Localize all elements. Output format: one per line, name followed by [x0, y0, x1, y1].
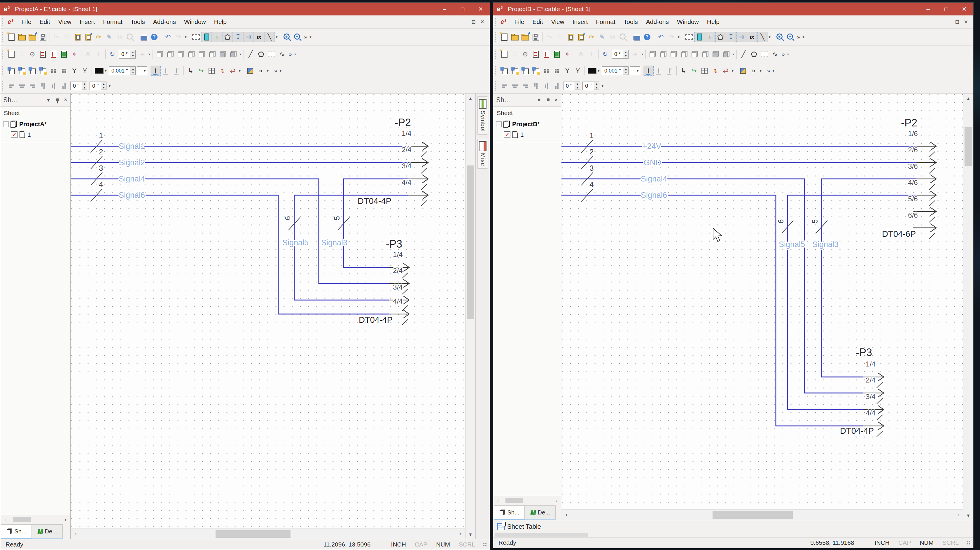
route-auto-icon[interactable]: ↪ [196, 65, 206, 76]
signal-label[interactable]: Signal6 [119, 191, 145, 200]
drawing-canvas[interactable]: 123465Signal1Signal2Signal4Signal6Signal… [71, 94, 465, 528]
menu-item-window[interactable]: Window [673, 16, 703, 27]
toolbar-grip[interactable] [495, 49, 498, 59]
delete-node-icon[interactable]: ⊗ [83, 49, 93, 59]
pin-direction-2-icon[interactable] [161, 65, 172, 76]
dropdown-arrow-icon[interactable]: ▾ [293, 52, 297, 56]
align-bottom-icon[interactable] [552, 81, 562, 91]
find-icon[interactable] [125, 32, 135, 42]
signal-label[interactable]: Signal1 [119, 142, 145, 151]
rotation-angle-spinner[interactable]: 0 °▲▼ [119, 50, 135, 59]
scroll-thumb[interactable] [506, 498, 523, 503]
align-center-icon[interactable] [17, 81, 27, 91]
horizontal-scrollbar[interactable]: ‹› [562, 509, 963, 520]
new-document-icon[interactable] [499, 32, 509, 42]
sheet-checkbox[interactable]: ✔ [504, 132, 511, 138]
route-corner-icon[interactable]: ↳ [185, 65, 196, 76]
format-painter-icon[interactable]: ✏ [93, 32, 104, 42]
select-area-icon[interactable] [684, 32, 694, 42]
spinner-up-icon[interactable]: ▲ [130, 67, 135, 71]
titlebar[interactable]: e³ProjectB - E³.cable - [Sheet 1]–□✕ [493, 3, 973, 16]
scroll-down-icon[interactable]: ▼ [963, 511, 973, 520]
place-pin-icon[interactable]: ↧ [233, 32, 243, 42]
spinner-arrows[interactable]: ▲▼ [574, 82, 580, 90]
symbol-angle-spinner[interactable]: 0 °▲▼ [582, 82, 600, 90]
delete-node-icon[interactable]: ⊗ [576, 49, 586, 59]
copy-icon[interactable]: ⧉ [62, 32, 72, 42]
line-width-spinner[interactable]: 0.001 "▲▼ [109, 67, 135, 75]
import-project-icon[interactable] [520, 32, 531, 42]
spinner-down-icon[interactable]: ▼ [130, 54, 135, 58]
resize-grip-icon[interactable] [966, 540, 970, 545]
node-tool-icon-3[interactable] [520, 65, 531, 76]
maximize-button[interactable]: □ [453, 3, 472, 16]
line-color-swatch[interactable] [586, 65, 597, 76]
side-tab-misc[interactable]: Misc [477, 139, 488, 169]
align-center-icon[interactable] [509, 81, 520, 91]
symbol-mode-icon[interactable] [222, 32, 233, 42]
line-mode-icon[interactable]: ╲ [757, 32, 768, 42]
tree-project-row[interactable]: −ProjectA* [3, 119, 70, 129]
node-tool-icon-2[interactable] [509, 65, 520, 76]
node-tool-icon-1[interactable] [6, 65, 17, 76]
menu-item-file[interactable]: File [511, 16, 528, 27]
pin-sequence-icon[interactable]: ⇥ [137, 49, 147, 59]
draw-line-icon[interactable]: ╱ [738, 49, 749, 59]
move-icon[interactable]: + [586, 49, 597, 59]
dropdown-arrow-icon[interactable]: ▾ [238, 69, 242, 73]
menu-item-edit[interactable]: Edit [35, 16, 54, 27]
spinner-down-icon[interactable]: ▼ [575, 86, 580, 90]
route-auto-icon[interactable]: ↪ [689, 65, 699, 76]
draw-curve-icon[interactable]: ∿ [770, 49, 780, 59]
node-tool-icon-4[interactable] [38, 65, 48, 76]
signal-label[interactable]: Signal3 [812, 240, 838, 249]
signal-label[interactable]: Signal6 [641, 191, 667, 200]
dropdown-arrow-icon[interactable]: ▾ [104, 69, 108, 73]
device-view-green-icon[interactable] [552, 49, 562, 59]
signal-label[interactable]: Signal3 [321, 238, 347, 247]
align-top-icon[interactable] [531, 81, 541, 91]
connector-mode-icon[interactable] [694, 32, 705, 42]
line-mode-icon[interactable]: ╲ [264, 32, 275, 42]
spinner-up-icon[interactable]: ▲ [623, 67, 628, 71]
chevron-down-icon[interactable]: ▼ [46, 98, 51, 103]
copy-sheet-icon[interactable]: ⧉ [509, 49, 520, 59]
paste-special-icon[interactable] [83, 32, 93, 42]
menu-grip[interactable] [495, 18, 498, 25]
menu-grip[interactable] [2, 18, 5, 25]
scroll-thumb[interactable] [964, 127, 972, 166]
menu-item-insert[interactable]: Insert [568, 16, 592, 27]
attribute-text-icon[interactable]: tx [254, 32, 264, 42]
grid-spacing-icon-2[interactable] [552, 65, 562, 76]
rotate-icon[interactable]: ↻ [107, 49, 118, 59]
node-tool-icon-1[interactable] [499, 65, 509, 76]
text-mode-icon[interactable]: T [212, 32, 222, 42]
scroll-down-icon[interactable]: ▼ [466, 529, 476, 539]
tree-expand-icon[interactable]: − [3, 122, 9, 127]
close-button[interactable]: ✕ [955, 3, 973, 16]
line-style-dropdown[interactable] [137, 65, 147, 76]
tab-sheet[interactable]: Sh... [1, 525, 32, 539]
attribute-text-icon[interactable]: tx [747, 32, 757, 42]
toolbar-overflow-icon[interactable]: » [273, 68, 278, 74]
view-cube-shaded-icon-1[interactable] [217, 49, 228, 59]
move-icon[interactable]: + [93, 49, 104, 59]
spinner-up-icon[interactable]: ▲ [82, 82, 87, 86]
rotation-angle-spinner[interactable]: 0 °▲▼ [612, 50, 628, 59]
dropdown-arrow-icon[interactable]: ▾ [802, 35, 805, 39]
grid-spacing-icon-2[interactable] [59, 65, 69, 76]
bus-mode-icon[interactable]: ⇉ [736, 32, 747, 42]
dropdown-arrow-icon[interactable]: ▾ [147, 52, 151, 56]
chevron-down-icon[interactable]: ▼ [537, 98, 541, 103]
zoom-out-icon[interactable] [292, 32, 303, 42]
highlight-signal-icon[interactable] [738, 65, 748, 76]
scroll-track[interactable] [571, 509, 953, 520]
cut-icon[interactable]: ✂ [544, 32, 555, 42]
titlebar[interactable]: e³ProjectA - E³.cable - [Sheet 1]–□✕ [0, 3, 490, 16]
draw-line-icon[interactable]: ╱ [245, 49, 256, 59]
print-icon[interactable] [632, 32, 642, 42]
scroll-right-icon[interactable]: › [62, 517, 69, 522]
paste-special-icon[interactable] [576, 32, 586, 42]
view-cube-icon-5[interactable] [196, 49, 207, 59]
pin-delete-icon[interactable] [172, 65, 182, 76]
